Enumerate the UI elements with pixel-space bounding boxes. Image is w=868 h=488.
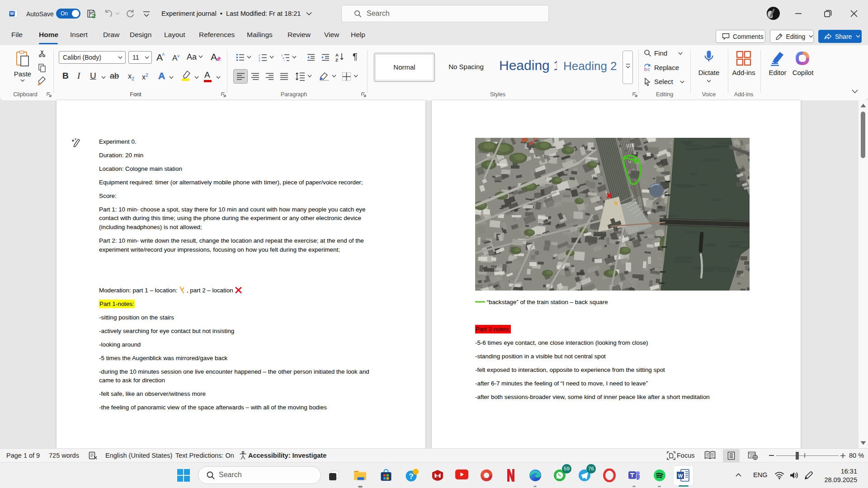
svg-text:b: b [644, 66, 647, 72]
svg-text:W: W [10, 11, 14, 16]
svg-text:3: 3 [259, 59, 260, 62]
svg-text:W: W [678, 473, 683, 479]
svg-text:Z: Z [335, 57, 338, 62]
svg-text:?: ? [409, 472, 413, 481]
svg-text:dreamstime: dreamstime [575, 221, 638, 236]
svg-text:c: c [647, 66, 650, 72]
svg-text:i: i [284, 59, 284, 61]
svg-text:A: A [335, 52, 339, 57]
